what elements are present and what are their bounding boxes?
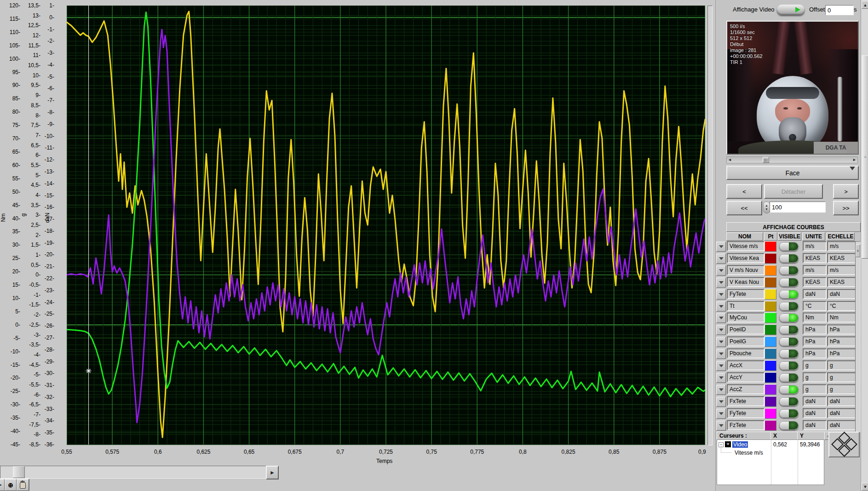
- view-selector-dropdown[interactable]: Face: [726, 166, 859, 180]
- curve-color-swatch[interactable]: [765, 312, 776, 323]
- row-selector-dropdown[interactable]: [716, 349, 726, 359]
- echelle-cell[interactable]: °C: [827, 301, 857, 311]
- row-selector-dropdown[interactable]: [716, 385, 726, 395]
- unite-cell[interactable]: g: [803, 372, 827, 382]
- slider-left-arrow-icon[interactable]: ◄: [728, 157, 732, 162]
- curve-color-swatch[interactable]: [765, 253, 776, 264]
- row-selector-dropdown[interactable]: [716, 397, 726, 407]
- curve-color-swatch[interactable]: [765, 384, 776, 395]
- curve-name-cell[interactable]: FxTete: [727, 396, 765, 406]
- curve-name-cell[interactable]: Pbouche: [727, 348, 765, 358]
- visible-toggle[interactable]: [779, 242, 799, 251]
- row-selector-dropdown[interactable]: [716, 409, 726, 419]
- curve-color-swatch[interactable]: [765, 289, 776, 300]
- row-selector-dropdown[interactable]: [716, 373, 726, 383]
- curve-name-cell[interactable]: AccX: [727, 360, 765, 370]
- echelle-cell[interactable]: daN: [827, 420, 857, 430]
- unite-cell[interactable]: daN: [803, 396, 827, 406]
- panel-v-scrollbar[interactable]: ▲ ≡ ▼: [861, 0, 868, 491]
- panel-scrollbar-up-arrow[interactable]: ▲: [862, 1, 868, 9]
- visible-toggle[interactable]: [779, 337, 799, 346]
- echelle-cell[interactable]: KEAS: [827, 253, 857, 263]
- step-forward-button[interactable]: >: [833, 184, 859, 199]
- curves-table-scrollbar[interactable]: ≡: [855, 241, 861, 432]
- unite-cell[interactable]: daN: [803, 408, 827, 418]
- row-selector-dropdown[interactable]: [716, 266, 726, 276]
- echelle-cell[interactable]: hPa: [827, 348, 857, 358]
- echelle-cell[interactable]: KEAS: [827, 277, 857, 287]
- curve-name-cell[interactable]: FyTete: [727, 408, 765, 418]
- unite-cell[interactable]: hPa: [803, 336, 827, 347]
- detach-button[interactable]: Détacher: [764, 184, 823, 199]
- zoom-tool-button[interactable]: ⊕: [5, 479, 17, 491]
- spinner-down-icon[interactable]: ▼: [765, 208, 768, 211]
- row-selector-dropdown[interactable]: [716, 313, 726, 323]
- unite-cell[interactable]: KEAS: [803, 253, 827, 263]
- visible-toggle[interactable]: [779, 266, 799, 275]
- cursor-row-video[interactable]: −✳Video0,56259,3946: [717, 441, 824, 449]
- unite-cell[interactable]: g: [803, 384, 827, 394]
- plot-h-scrollbar-thumb[interactable]: [13, 466, 25, 478]
- curve-color-swatch[interactable]: [765, 360, 776, 371]
- curve-color-swatch[interactable]: [765, 372, 776, 383]
- echelle-cell[interactable]: hPa: [827, 336, 857, 347]
- curve-name-cell[interactable]: AccY: [727, 372, 765, 382]
- row-selector-dropdown[interactable]: [716, 277, 726, 288]
- unite-cell[interactable]: daN: [803, 420, 827, 430]
- echelle-cell[interactable]: g: [827, 384, 857, 394]
- visible-toggle[interactable]: [779, 325, 799, 334]
- jump-back-button[interactable]: <<: [726, 201, 762, 215]
- curve-color-swatch[interactable]: [765, 301, 776, 312]
- curve-name-cell[interactable]: AccZ: [727, 384, 765, 394]
- cursor-nav-pad[interactable]: [828, 432, 860, 457]
- panel-scrollbar-thumb[interactable]: ≡: [862, 55, 868, 259]
- row-selector-dropdown[interactable]: [716, 289, 726, 300]
- curve-name-cell[interactable]: FyTete: [727, 289, 765, 299]
- unite-cell[interactable]: daN: [803, 289, 827, 299]
- curve-color-swatch[interactable]: [765, 348, 776, 359]
- curve-name-cell[interactable]: PoeilG: [727, 336, 765, 347]
- cursors-list[interactable]: −✳Video0,56259,3946Vitesse m/s: [717, 439, 824, 485]
- curve-name-cell[interactable]: FzTete: [727, 420, 765, 430]
- echelle-cell[interactable]: daN: [827, 396, 857, 406]
- curve-color-swatch[interactable]: [765, 336, 776, 347]
- visible-toggle[interactable]: [779, 385, 799, 394]
- cursor-tool-button[interactable]: ✚: [0, 479, 5, 491]
- cursor-label[interactable]: Video: [732, 441, 748, 448]
- pan-tool-button[interactable]: [17, 479, 29, 491]
- visible-toggle[interactable]: [779, 361, 799, 370]
- cursor-row-vitesse-m-s[interactable]: Vitesse m/s: [717, 449, 824, 457]
- unite-cell[interactable]: Nm: [803, 312, 827, 323]
- visible-toggle[interactable]: [779, 290, 799, 299]
- row-selector-dropdown[interactable]: [716, 325, 726, 335]
- slider-right-arrow-icon[interactable]: ►: [852, 157, 857, 162]
- visible-toggle[interactable]: [779, 278, 799, 287]
- curve-color-swatch[interactable]: [765, 277, 776, 288]
- visible-toggle[interactable]: [779, 302, 799, 311]
- visible-toggle[interactable]: [779, 373, 799, 382]
- curve-color-swatch[interactable]: [765, 396, 776, 407]
- curve-name-cell[interactable]: Vitesse Kea: [727, 253, 765, 263]
- row-selector-dropdown[interactable]: [716, 337, 726, 347]
- echelle-cell[interactable]: Nm: [827, 312, 857, 323]
- jump-forward-button[interactable]: >>: [833, 201, 859, 215]
- echelle-cell[interactable]: daN: [827, 408, 857, 418]
- row-selector-dropdown[interactable]: [716, 242, 726, 252]
- cursor-label[interactable]: Vitesse m/s: [734, 450, 764, 456]
- row-selector-dropdown[interactable]: [716, 361, 726, 371]
- slider-thumb[interactable]: |||: [763, 157, 769, 163]
- curve-color-swatch[interactable]: [765, 241, 776, 252]
- video-toggle-switch[interactable]: [777, 5, 805, 15]
- echelle-cell[interactable]: m/s: [827, 241, 857, 251]
- row-selector-dropdown[interactable]: [716, 301, 726, 312]
- visible-toggle[interactable]: [779, 409, 799, 418]
- visible-toggle[interactable]: [779, 421, 799, 430]
- visible-toggle[interactable]: [779, 397, 799, 406]
- curve-name-cell[interactable]: V m/s Nouv: [727, 265, 765, 275]
- echelle-cell[interactable]: hPa: [827, 324, 857, 335]
- curve-name-cell[interactable]: Vitesse m/s: [727, 241, 765, 251]
- echelle-cell[interactable]: m/s: [827, 265, 857, 275]
- curve-name-cell[interactable]: V Keas Nou: [727, 277, 765, 287]
- unite-cell[interactable]: m/s: [803, 241, 827, 251]
- echelle-cell[interactable]: g: [827, 360, 857, 370]
